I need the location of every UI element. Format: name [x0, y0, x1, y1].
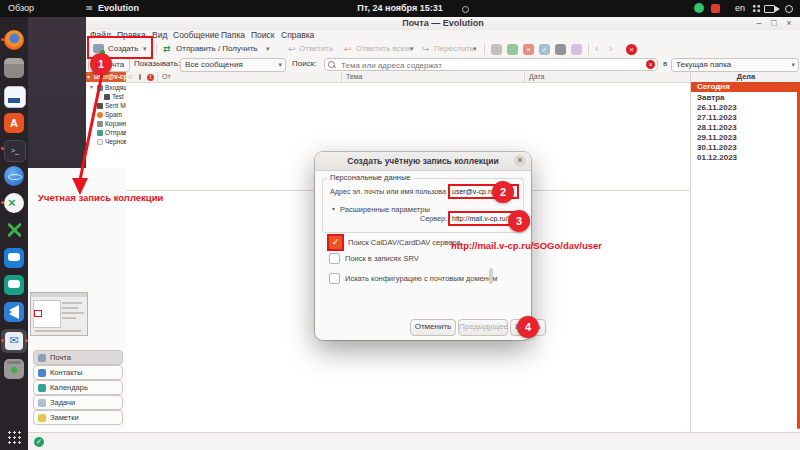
dialog-titlebar[interactable]: Создать учётную запись коллекции ×	[315, 152, 531, 171]
mark-icon[interactable]	[571, 44, 582, 55]
minimize-button[interactable]: –	[752, 17, 766, 30]
keyboard-icon[interactable]	[764, 5, 775, 13]
column-separator	[157, 72, 158, 82]
forward-icon: ↪	[422, 43, 430, 55]
chat-app-icon[interactable]	[4, 248, 24, 268]
reply-all-button[interactable]: Ответить всем	[356, 43, 411, 55]
firefox-icon[interactable]	[4, 30, 24, 50]
show-filter-dropdown[interactable]: Все сообщения ▾	[180, 58, 286, 72]
separator	[156, 43, 157, 55]
stop-icon[interactable]: ×	[626, 44, 637, 55]
tree-row-test[interactable]: Test	[86, 92, 126, 101]
vscode-icon[interactable]	[4, 302, 24, 322]
tree-row-spam[interactable]: Spam	[86, 110, 126, 119]
caldav-checkbox-label[interactable]: Поиск CalDAV/CardDAV сервера	[348, 238, 461, 247]
evolution-icon-active[interactable]: ✉	[1, 329, 27, 353]
advanced-expander-icon[interactable]: ▾	[332, 205, 335, 212]
switcher-tasks[interactable]: Задачи	[33, 395, 123, 410]
tree-row-drafts[interactable]: Черновики	[86, 137, 126, 146]
winbox-icon[interactable]	[4, 166, 24, 186]
tree-row-sent[interactable]: Отправленные	[86, 128, 126, 137]
todo-row-date[interactable]: 29.11.2023	[691, 133, 800, 143]
todo-row-date[interactable]: 01.12.2023	[691, 153, 800, 163]
domain-checkbox-label[interactable]: Искать конфигурацию с почтовым доменом	[345, 274, 497, 283]
previous-button[interactable]: Предыдущее	[458, 319, 508, 336]
not-junk-icon[interactable]: ✓	[539, 44, 550, 55]
srv-checkbox[interactable]	[329, 253, 340, 264]
switcher-mail[interactable]: Почта	[33, 350, 123, 365]
close-button[interactable]: ×	[782, 17, 796, 30]
junk-icon[interactable]: ×	[523, 44, 534, 55]
previous-message-button[interactable]: ‹	[595, 43, 598, 55]
important-column-icon[interactable]: !	[147, 74, 154, 81]
terminal-icon[interactable]: >_	[4, 140, 26, 162]
todo-row-date[interactable]: 26.11.2023	[691, 103, 800, 113]
todo-row-tomorrow[interactable]: Завтра	[691, 93, 800, 103]
network-icon[interactable]	[752, 4, 761, 13]
chat-app2-icon[interactable]	[4, 275, 24, 295]
todo-row-date[interactable]: 27.11.2023	[691, 113, 800, 123]
thumb-line	[62, 307, 78, 309]
panel-app-name[interactable]: Evolution	[98, 0, 139, 17]
trash-icon[interactable]	[4, 359, 24, 379]
todo-row-date[interactable]: 30.11.2023	[691, 143, 800, 153]
tree-row-inbox[interactable]: ▾ Входящие	[86, 83, 126, 92]
todo-row-date[interactable]: 28.11.2023	[691, 123, 800, 133]
todo-row-today[interactable]: Сегодня	[691, 82, 800, 92]
attachment-column-icon[interactable]	[139, 74, 141, 80]
switcher-calendar[interactable]: Календарь	[33, 380, 123, 395]
app-store-icon[interactable]: A	[4, 113, 24, 133]
forward-chevron[interactable]: ▾	[473, 43, 477, 55]
srv-checkbox-label[interactable]: Поиск в записях SRV	[345, 254, 419, 263]
next-message-button[interactable]: ›	[609, 43, 612, 55]
forward-button[interactable]: Переслать	[434, 43, 474, 55]
send-receive-chevron[interactable]: ▾	[266, 43, 270, 55]
search-clear-icon[interactable]: ×	[646, 60, 655, 69]
menu-search[interactable]: Поиск	[251, 30, 275, 41]
xray-icon[interactable]: ×	[4, 193, 24, 213]
print-icon[interactable]	[491, 44, 502, 55]
activities-button[interactable]: Обзор	[8, 0, 34, 17]
files-icon[interactable]	[4, 58, 24, 78]
dialog-close-button[interactable]: ×	[514, 155, 526, 167]
expander-icon[interactable]: ▾	[87, 72, 90, 82]
keyboard-layout-indicator[interactable]: en	[735, 0, 745, 17]
tree-row-trash[interactable]: Корзина	[86, 119, 126, 128]
tree-row-sent-messages[interactable]: Sent Messages	[86, 101, 126, 110]
menu-help[interactable]: Справка	[281, 30, 314, 41]
domain-checkbox[interactable]	[329, 273, 340, 284]
reply-button[interactable]: Ответить	[299, 43, 333, 55]
expander-icon[interactable]: ▾	[90, 83, 93, 92]
switcher-label: Задачи	[50, 396, 75, 409]
volume-icon[interactable]	[775, 6, 780, 12]
search-box[interactable]: ×	[324, 58, 658, 71]
app-grid-icon[interactable]	[7, 430, 21, 444]
reply-all-chevron[interactable]: ▾	[410, 43, 414, 55]
advanced-expander-label[interactable]: Расширенные параметры	[340, 205, 430, 214]
column-from[interactable]: От	[162, 72, 171, 82]
switcher-contacts[interactable]: Контакты	[33, 365, 123, 380]
folder-scope-dropdown[interactable]: Текущая папка ▾	[671, 58, 799, 72]
caldav-checkbox-checked[interactable]: ✓	[327, 234, 344, 251]
maximize-button[interactable]: □	[767, 17, 781, 30]
clock[interactable]: Пт, 24 ноября 15:31	[340, 0, 460, 17]
power-icon[interactable]	[785, 5, 793, 13]
menu-message[interactable]: Сообщение	[173, 30, 219, 41]
send-receive-button[interactable]: Отправить / Получить	[176, 43, 258, 55]
libreoffice-writer-icon[interactable]	[4, 86, 26, 108]
menu-folder[interactable]: Папка	[221, 30, 245, 41]
window-titlebar[interactable]: Почта — Evolution – □ ×	[86, 17, 800, 31]
status-column-icon[interactable]: ○	[128, 72, 132, 82]
cancel-button[interactable]: Отменить	[410, 319, 456, 336]
delete-icon[interactable]	[555, 44, 566, 55]
switcher-memos[interactable]: Заметки	[33, 410, 123, 425]
menu-view[interactable]: Вид	[152, 30, 167, 41]
scissors-icon[interactable]	[4, 220, 24, 240]
messenger-tray-icon[interactable]	[694, 3, 704, 13]
dialog-scrollbar[interactable]	[489, 268, 493, 284]
column-date[interactable]: Дата	[529, 72, 545, 82]
archive-icon[interactable]	[507, 44, 518, 55]
column-subject[interactable]: Тема	[346, 72, 362, 82]
recorder-tray-icon[interactable]	[711, 4, 720, 13]
search-input[interactable]	[339, 59, 633, 72]
